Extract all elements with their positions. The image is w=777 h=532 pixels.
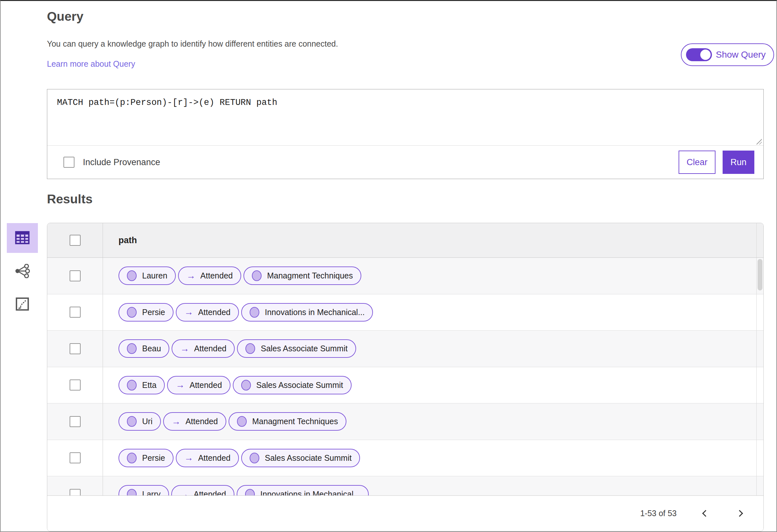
source-node-pill[interactable]: Etta (118, 376, 165, 394)
node-circle-icon (237, 416, 247, 427)
source-node-label: Beau (142, 344, 161, 353)
include-provenance-checkbox[interactable] (64, 157, 75, 168)
toggle-knob (700, 49, 710, 60)
target-node-label: Managment Techniques (267, 271, 353, 281)
target-node-label: Sales Associate Summit (265, 453, 352, 463)
page-description: You can query a knowledge graph to ident… (47, 39, 338, 48)
row-path-cell: Uri → Attended Managment Techniques (103, 404, 756, 440)
target-node-label: Sales Associate Summit (261, 344, 347, 353)
target-node-pill[interactable]: Managment Techniques (243, 267, 361, 285)
source-node-pill[interactable]: Beau (118, 339, 169, 358)
table-row: Persie → Attended Innovations in Mechani… (47, 294, 763, 331)
source-node-pill[interactable]: Persie (118, 449, 174, 467)
source-node-pill[interactable]: Uri (118, 412, 161, 431)
edge-pill[interactable]: → Attended (171, 485, 234, 496)
source-node-label: Persie (142, 308, 165, 317)
node-circle-icon (241, 380, 251, 391)
pagination-prev-button[interactable] (700, 508, 710, 518)
query-panel: MATCH path=(p:Person)-[r]->(e) RETURN pa… (47, 89, 764, 179)
target-node-pill[interactable]: Sales Associate Summit (237, 339, 356, 358)
run-button[interactable]: Run (723, 150, 754, 174)
results-table: path Lauren → Attended Managment Techniq… (47, 223, 764, 531)
query-input[interactable]: MATCH path=(p:Person)-[r]->(e) RETURN pa… (47, 89, 763, 146)
pagination-next-button[interactable] (735, 508, 745, 518)
node-circle-icon (127, 489, 137, 496)
chevron-right-icon (736, 510, 743, 517)
edge-label: Attended (198, 453, 230, 463)
row-checkbox[interactable] (70, 489, 81, 496)
node-circle-icon (127, 380, 137, 391)
table-row: Larry → Attended Innovations in Mechanic… (47, 476, 763, 496)
target-node-pill[interactable]: Managment Techniques (229, 412, 346, 431)
table-view-button[interactable] (7, 223, 38, 253)
learn-more-link[interactable]: Learn more about Query (47, 59, 135, 69)
edge-pill[interactable]: → Attended (178, 267, 241, 285)
target-node-label: Managment Techniques (252, 417, 338, 426)
target-node-pill[interactable]: Innovations in Mechanical... (237, 485, 369, 496)
source-node-label: Uri (142, 417, 152, 426)
row-checkbox[interactable] (70, 416, 81, 427)
node-circle-icon (127, 343, 137, 354)
row-checkbox-cell (47, 476, 103, 496)
row-checkbox-cell (47, 331, 103, 367)
header-path-cell: path (103, 223, 756, 257)
row-checkbox[interactable] (70, 307, 81, 318)
target-node-pill[interactable]: Sales Associate Summit (241, 449, 360, 467)
clear-button[interactable]: Clear (679, 150, 715, 174)
node-circle-icon (252, 271, 261, 281)
pagination-bar: 1-53 of 53 (47, 496, 763, 531)
show-query-toggle[interactable]: Show Query (681, 43, 774, 66)
target-node-pill[interactable]: Sales Associate Summit (233, 376, 352, 394)
node-circle-icon (245, 343, 255, 354)
edge-label: Attended (189, 381, 222, 390)
row-checkbox-cell (47, 258, 103, 294)
row-checkbox[interactable] (70, 271, 81, 281)
source-node-pill[interactable]: Lauren (118, 267, 176, 285)
row-gutter (756, 476, 763, 496)
table-row: Uri → Attended Managment Techniques (47, 404, 763, 440)
edge-pill[interactable]: → Attended (176, 449, 239, 467)
row-checkbox-cell (47, 367, 103, 404)
graph-view-button[interactable] (15, 264, 30, 279)
edge-pill[interactable]: → Attended (172, 339, 235, 358)
node-circle-icon (245, 489, 255, 496)
row-checkbox[interactable] (70, 380, 81, 391)
toggle-on-icon[interactable] (686, 48, 712, 61)
row-checkbox-cell (47, 294, 103, 331)
arrow-right-icon: → (180, 344, 189, 353)
arrow-right-icon: → (176, 381, 185, 390)
row-gutter (756, 440, 763, 476)
node-circle-icon (127, 271, 137, 281)
table-view-icon (15, 231, 30, 245)
edge-pill[interactable]: → Attended (163, 412, 226, 431)
node-circle-icon (250, 453, 259, 463)
edge-pill[interactable]: → Attended (167, 376, 230, 394)
header-checkbox-cell (47, 223, 103, 257)
source-node-pill[interactable]: Larry (118, 485, 169, 496)
graph-view-icon (15, 264, 30, 279)
row-path-cell: Larry → Attended Innovations in Mechanic… (103, 476, 756, 496)
scrollbar-thumb[interactable] (758, 259, 762, 291)
edge-pill[interactable]: → Attended (176, 303, 239, 322)
path-column-header: path (118, 235, 137, 245)
row-checkbox[interactable] (70, 343, 81, 354)
target-node-pill[interactable]: Innovations in Mechanical... (241, 303, 373, 322)
table-row: Etta → Attended Sales Associate Summit (47, 367, 763, 404)
node-circle-icon (127, 307, 137, 318)
row-gutter (756, 294, 763, 331)
target-node-label: Innovations in Mechanical... (265, 308, 365, 317)
show-query-label: Show Query (716, 49, 766, 60)
query-actions-bar: Include Provenance Clear Run (47, 146, 763, 179)
chart-view-button[interactable] (15, 297, 29, 312)
row-path-cell: Persie → Attended Sales Associate Summit (103, 440, 756, 476)
source-node-label: Lauren (142, 271, 168, 281)
table-row: Lauren → Attended Managment Techniques (47, 258, 763, 294)
chart-view-icon (15, 297, 29, 312)
row-checkbox[interactable] (70, 452, 81, 463)
select-all-checkbox[interactable] (70, 235, 81, 246)
view-switcher (6, 223, 38, 312)
page-title: Query (47, 9, 84, 24)
edge-label: Attended (198, 308, 230, 317)
row-gutter (756, 331, 763, 367)
source-node-pill[interactable]: Persie (118, 303, 174, 322)
